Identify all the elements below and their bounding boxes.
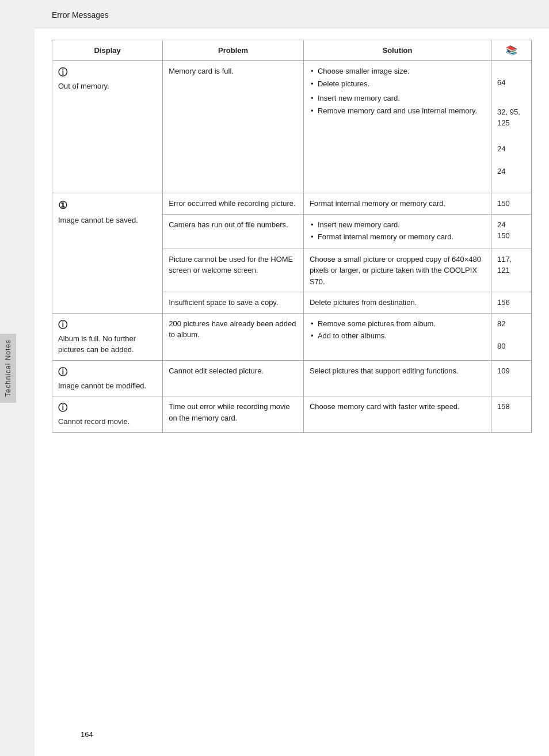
section-header: Error Messages bbox=[35, 0, 549, 28]
table-row: ⓘ Out of memory. Memory card is full. Ch… bbox=[52, 61, 532, 193]
header-page: 📚 bbox=[491, 40, 532, 61]
page-cell: 109 bbox=[491, 360, 532, 396]
solution-cell: Choose a small picture or cropped copy o… bbox=[303, 249, 491, 292]
problem-cell: 200 pictures have already been added to … bbox=[163, 313, 304, 360]
display-cell-album-full: ⓘ Album is full. No further pictures can… bbox=[52, 313, 163, 360]
table-row: ⓘ Cannot record movie. Time out error wh… bbox=[52, 396, 532, 433]
problem-cell: Cannot edit selected picture. bbox=[163, 360, 304, 396]
table-header-row: Display Problem Solution 📚 bbox=[52, 40, 532, 61]
page-number-value: 24 bbox=[497, 143, 525, 155]
solution-cell: Remove some pictures from album. Add to … bbox=[303, 313, 491, 360]
solution-list: Insert new memory card. Format internal … bbox=[310, 219, 485, 243]
display-label: Image cannot be modified. bbox=[58, 380, 157, 392]
page-content: Error Messages Display Problem Solution … bbox=[35, 0, 549, 756]
problem-cell: Error occurred while recording picture. bbox=[163, 193, 304, 215]
page-cell: 158 bbox=[491, 396, 532, 433]
list-item: Delete pictures. bbox=[310, 78, 485, 90]
table-row: ⓘ Album is full. No further pictures can… bbox=[52, 313, 532, 360]
display-cell-image-cannot-save: ① Image cannot be saved. bbox=[52, 193, 163, 314]
circle-i-icon: ① bbox=[58, 200, 67, 211]
problem-cell: Camera has run out of file numbers. bbox=[163, 214, 304, 249]
solution-cell: Choose memory card with faster write spe… bbox=[303, 396, 491, 433]
page-cell: 156 bbox=[491, 292, 532, 314]
problem-cell: Time out error while recording movie on … bbox=[163, 396, 304, 433]
section-title: Error Messages bbox=[52, 10, 109, 20]
page-background: Technical Notes Error Messages Display P… bbox=[0, 0, 549, 756]
page-cell: 24150 bbox=[491, 214, 532, 249]
table-container: Display Problem Solution 📚 ⓘ Out of memo… bbox=[35, 28, 549, 450]
solution-list: Remove some pictures from album. Add to … bbox=[310, 318, 485, 342]
solution-cell: Choose smaller image size. Delete pictur… bbox=[303, 61, 491, 193]
list-item: Insert new memory card. bbox=[310, 219, 485, 231]
solution-list: Choose smaller image size. Delete pictur… bbox=[310, 66, 485, 89]
page-cell: 150 bbox=[491, 193, 532, 215]
page-number-value: 24 bbox=[497, 166, 525, 177]
problem-cell: Memory card is full. bbox=[163, 61, 304, 193]
solution-extra: Insert new memory card. Remove memory ca… bbox=[310, 93, 485, 116]
display-label: Out of memory. bbox=[58, 81, 157, 92]
page-number: 164 bbox=[81, 730, 93, 739]
table-row: ⓘ Image cannot be modified. Cannot edit … bbox=[52, 360, 532, 396]
display-label: Image cannot be saved. bbox=[58, 215, 157, 226]
side-tab: Technical Notes bbox=[0, 334, 16, 403]
display-cell-image-cannot-modify: ⓘ Image cannot be modified. bbox=[52, 360, 163, 396]
list-item: Insert new memory card. bbox=[310, 93, 485, 104]
table-row: ① Image cannot be saved. Error occurred … bbox=[52, 193, 532, 215]
page-cell: 64 32, 95,125 24 24 bbox=[491, 61, 532, 193]
solution-cell: Format internal memory or memory card. bbox=[303, 193, 491, 215]
list-item: Remove memory card and use internal memo… bbox=[310, 105, 485, 117]
display-label: Cannot record movie. bbox=[58, 416, 157, 427]
page-cell: 8280 bbox=[491, 313, 532, 360]
header-display: Display bbox=[52, 40, 163, 61]
solution-cell: Delete pictures from destination. bbox=[303, 292, 491, 314]
solution-cell: Select pictures that support editing fun… bbox=[303, 360, 491, 396]
page-number-value: 64 bbox=[497, 77, 525, 89]
side-tab-label: Technical Notes bbox=[4, 339, 12, 397]
page-cell: 117,121 bbox=[491, 249, 532, 292]
info-icon: ⓘ bbox=[58, 403, 67, 413]
display-cell-cannot-record: ⓘ Cannot record movie. bbox=[52, 396, 163, 433]
header-problem: Problem bbox=[163, 40, 304, 61]
list-item: Add to other albums. bbox=[310, 330, 485, 342]
problem-cell: Picture cannot be used for the HOME scre… bbox=[163, 249, 304, 292]
error-messages-table: Display Problem Solution 📚 ⓘ Out of memo… bbox=[52, 40, 532, 433]
list-item: Format internal memory or memory card. bbox=[310, 231, 485, 243]
list-item: Choose smaller image size. bbox=[310, 66, 485, 77]
display-cell-out-of-memory: ⓘ Out of memory. bbox=[52, 61, 163, 193]
display-label: Album is full. No further pictures can b… bbox=[58, 333, 157, 356]
solution-cell: Insert new memory card. Format internal … bbox=[303, 214, 491, 249]
problem-text: Memory card is full. bbox=[169, 67, 234, 75]
solution-list-2: Insert new memory card. Remove memory ca… bbox=[310, 93, 485, 116]
problem-cell: Insufficient space to save a copy. bbox=[163, 292, 304, 314]
info-icon: ⓘ bbox=[58, 367, 67, 377]
page-number-value: 32, 95,125 bbox=[497, 106, 525, 129]
info-icon: ⓘ bbox=[58, 67, 67, 77]
info-icon: ⓘ bbox=[58, 320, 67, 330]
header-solution: Solution bbox=[303, 40, 491, 61]
book-icon: 📚 bbox=[506, 45, 517, 55]
list-item: Remove some pictures from album. bbox=[310, 318, 485, 330]
